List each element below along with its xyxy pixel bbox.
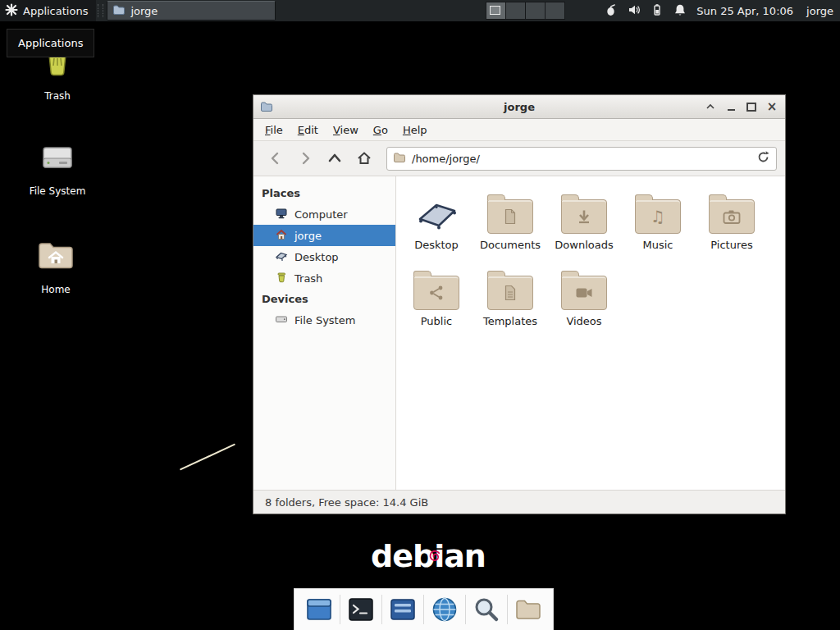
file-item-public[interactable]: Public xyxy=(399,262,473,327)
location-bar[interactable]: /home/jorge/ xyxy=(386,147,777,171)
window-controls: × xyxy=(704,95,778,118)
file-label: Downloads xyxy=(555,239,613,251)
statusbar-text: 8 folders, Free space: 14.4 GiB xyxy=(265,496,428,509)
panel-app-icon[interactable] xyxy=(388,593,418,626)
sidebar-item-label: File System xyxy=(294,314,355,326)
toolbar: /home/jorge/ xyxy=(253,141,785,176)
top-panel: Applications jorge Sun 25 Apr, 10:06 jor… xyxy=(0,0,840,21)
window-body: Places Computer jorge Desktop xyxy=(253,176,785,490)
sidebar-item-label: Trash xyxy=(294,272,322,285)
drive-icon xyxy=(38,138,77,180)
folder-camera-icon xyxy=(709,199,755,234)
file-item-desktop[interactable]: Desktop xyxy=(399,186,473,251)
dock-separator xyxy=(381,595,382,624)
desktop-icon-label: Trash xyxy=(44,90,71,102)
minimize-button[interactable] xyxy=(724,100,737,113)
bottom-dock xyxy=(294,588,554,630)
file-label: Public xyxy=(421,315,452,327)
back-button[interactable] xyxy=(262,146,290,171)
sidebar-item-label: jorge xyxy=(294,230,322,242)
reload-icon[interactable] xyxy=(756,150,770,167)
shade-button[interactable] xyxy=(704,100,717,113)
sidebar-header-devices: Devices xyxy=(253,289,395,309)
folder-download-icon xyxy=(561,199,607,234)
forward-button[interactable] xyxy=(291,146,319,171)
file-item-pictures[interactable]: Pictures xyxy=(695,186,769,251)
desktop-artifact-line xyxy=(180,443,235,470)
debian-swirl-icon xyxy=(428,536,441,570)
desk-icon xyxy=(413,186,459,234)
power-icon[interactable] xyxy=(651,3,664,19)
file-manager-icon xyxy=(112,3,126,19)
notifications-icon[interactable] xyxy=(673,3,687,19)
applications-tooltip: Applications xyxy=(7,29,94,57)
workspace-2[interactable] xyxy=(506,2,526,19)
taskbar-button-label: jorge xyxy=(130,5,158,17)
desktop-icon-file-system[interactable]: File System xyxy=(18,138,97,197)
workspace-switcher[interactable] xyxy=(486,2,565,20)
applications-menu-label: Applications xyxy=(23,5,88,17)
show-desktop-icon[interactable] xyxy=(304,593,334,626)
desktop-icon-label: Home xyxy=(41,284,70,295)
applications-menu-button[interactable]: Applications xyxy=(0,0,96,21)
path-text[interactable]: /home/jorge/ xyxy=(412,153,751,165)
file-label: Videos xyxy=(566,315,601,327)
close-button[interactable]: × xyxy=(765,100,778,113)
up-button[interactable] xyxy=(321,146,349,171)
file-item-downloads[interactable]: Downloads xyxy=(547,186,621,251)
window-folder-icon xyxy=(260,100,273,116)
menu-file[interactable]: File xyxy=(258,121,290,139)
clock[interactable]: Sun 25 Apr, 10:06 xyxy=(696,5,793,17)
titlebar[interactable]: jorge × xyxy=(253,95,785,119)
sidebar-item-file-system[interactable]: File System xyxy=(253,309,395,331)
menu-edit[interactable]: Edit xyxy=(290,121,326,139)
file-label: Pictures xyxy=(710,239,752,251)
taskbar-button-jorge[interactable]: jorge xyxy=(107,1,276,21)
file-manager-icon[interactable] xyxy=(514,593,543,626)
computer-icon xyxy=(275,207,288,222)
file-item-music[interactable]: ♫ Music xyxy=(621,186,695,251)
sidebar-item-computer[interactable]: Computer xyxy=(253,203,395,225)
mouse-icon[interactable] xyxy=(605,3,618,19)
tooltip-text: Applications xyxy=(18,37,83,49)
desktop-icon-home[interactable]: Home xyxy=(16,236,95,295)
workspace-3[interactable] xyxy=(526,2,546,19)
web-browser-icon[interactable] xyxy=(430,593,459,626)
sidebar-item-label: Computer xyxy=(294,208,348,221)
sidebar-item-desktop[interactable]: Desktop xyxy=(253,246,395,267)
menu-view[interactable]: View xyxy=(326,121,366,139)
file-label: Templates xyxy=(483,315,537,327)
system-tray xyxy=(605,3,687,19)
home-button[interactable] xyxy=(350,146,378,171)
dock-separator xyxy=(507,595,508,624)
file-item-documents[interactable]: Documents xyxy=(473,186,547,251)
sidebar-item-jorge[interactable]: jorge xyxy=(253,225,395,246)
folder-share-icon xyxy=(413,276,459,310)
sidebar-item-trash[interactable]: Trash xyxy=(253,267,395,289)
statusbar: 8 folders, Free space: 14.4 GiB xyxy=(253,490,785,514)
folder-document-icon xyxy=(487,199,533,234)
file-manager-window: jorge × File Edit View Go Help xyxy=(253,94,786,514)
desk-icon xyxy=(275,249,288,265)
file-item-videos[interactable]: Videos xyxy=(547,262,621,327)
file-label: Documents xyxy=(480,239,541,251)
menubar: File Edit View Go Help xyxy=(253,119,785,141)
file-item-templates[interactable]: Templates xyxy=(473,262,547,327)
workspace-4[interactable] xyxy=(546,2,564,19)
menu-help[interactable]: Help xyxy=(395,121,435,139)
menu-go[interactable]: Go xyxy=(366,121,395,139)
terminal-icon[interactable] xyxy=(346,593,376,626)
trash-icon xyxy=(275,271,288,286)
folder-video-icon xyxy=(561,276,607,310)
app-finder-icon[interactable] xyxy=(472,593,501,626)
folder-music-icon: ♫ xyxy=(635,199,681,234)
sidebar-header-places: Places xyxy=(253,183,395,203)
volume-icon[interactable] xyxy=(628,3,641,19)
maximize-button[interactable] xyxy=(745,100,758,113)
panel-handle xyxy=(98,4,103,17)
file-list[interactable]: Desktop Documents Downloads ♫ Music xyxy=(396,176,785,490)
path-folder-icon xyxy=(393,151,406,167)
workspace-1[interactable] xyxy=(486,2,506,19)
folder-template-icon xyxy=(487,276,533,310)
panel-username[interactable]: jorge xyxy=(806,5,833,17)
